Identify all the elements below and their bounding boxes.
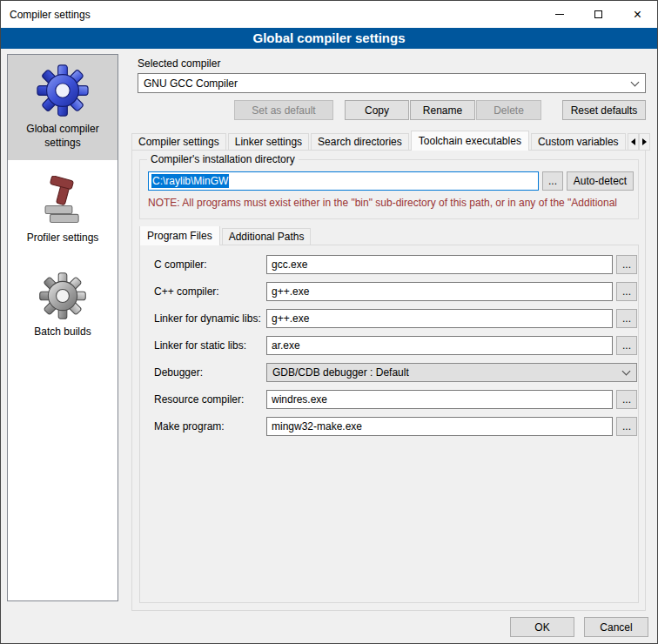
chevron-down-icon (622, 367, 631, 376)
page-title: Global compiler settings (1, 28, 657, 49)
tab-scroll-right-button[interactable] (639, 133, 650, 151)
minimize-button[interactable] (540, 1, 579, 28)
selected-compiler-label: Selected compiler (138, 57, 220, 70)
settings-category-list: Global compiler settings Profiler settin… (7, 54, 118, 601)
cpp-compiler-browse-button[interactable]: ... (616, 282, 637, 301)
tab-additional-paths[interactable]: Additional Paths (222, 228, 312, 245)
program-files-tabs: Program Files Additional Paths (139, 226, 312, 245)
form-row-linker-static: Linker for static libs: ... (140, 336, 638, 355)
debugger-label: Debugger: (154, 363, 203, 382)
debugger-value: GDB/CDB debugger : Default (272, 366, 409, 379)
linker-static-label: Linker for static libs: (154, 336, 246, 355)
sidebar-item-profiler-settings[interactable]: Profiler settings (8, 167, 118, 256)
close-icon: × (634, 8, 641, 22)
c-compiler-input[interactable] (266, 255, 613, 274)
tab-toolchain-executables[interactable]: Toolchain executables (411, 131, 529, 151)
installation-directory-selected-text: C:\raylib\MinGW (151, 174, 229, 188)
auto-detect-button[interactable]: Auto-detect (567, 171, 634, 191)
installation-directory-group-title: Compiler's installation directory (147, 153, 299, 165)
tab-search-directories[interactable]: Search directories (311, 133, 409, 151)
tab-scroll-left-button[interactable] (628, 133, 639, 151)
tab-program-files[interactable]: Program Files (139, 226, 220, 245)
selected-compiler-value: GNU GCC Compiler (144, 77, 238, 90)
window-title: Compiler settings (1, 9, 540, 21)
triangle-left-icon (628, 138, 635, 145)
cancel-button[interactable]: Cancel (584, 617, 648, 637)
selected-compiler-dropdown[interactable]: GNU GCC Compiler (138, 73, 646, 93)
c-compiler-label: C compiler: (154, 255, 207, 274)
make-program-browse-button[interactable]: ... (616, 417, 637, 436)
tab-custom-variables[interactable]: Custom variables (531, 133, 626, 151)
form-row-debugger: Debugger: GDB/CDB debugger : Default (140, 363, 638, 382)
sidebar-item-label: Profiler settings (10, 231, 116, 245)
copy-button[interactable]: Copy (345, 100, 409, 120)
form-row-make-program: Make program: ... (140, 417, 638, 436)
cpp-compiler-input[interactable] (266, 282, 613, 301)
make-program-input[interactable] (266, 417, 613, 436)
delete-button: Delete (476, 100, 541, 120)
form-row-c-compiler: C compiler: ... (140, 255, 638, 274)
tab-compiler-settings[interactable]: Compiler settings (131, 133, 226, 151)
cpp-compiler-label: C++ compiler: (154, 282, 219, 301)
compiler-options-tabs: Compiler settings Linker settings Search… (131, 131, 630, 151)
linker-dynamic-input[interactable] (266, 309, 613, 328)
form-row-resource-compiler: Resource compiler: ... (140, 390, 638, 409)
sidebar-item-label: Global compiler settings (10, 123, 116, 150)
linker-dynamic-label: Linker for dynamic libs: (154, 309, 261, 328)
blue-gear-icon (36, 64, 90, 117)
chevron-down-icon (631, 77, 640, 86)
maximize-icon (594, 10, 602, 18)
gray-gear-icon (38, 272, 87, 320)
resource-compiler-input[interactable] (266, 390, 613, 409)
ok-button[interactable]: OK (510, 617, 574, 637)
sidebar-item-label: Batch builds (10, 325, 116, 339)
c-compiler-browse-button[interactable]: ... (616, 255, 637, 274)
linker-static-browse-button[interactable]: ... (616, 336, 637, 355)
form-row-linker-dynamic: Linker for dynamic libs: ... (140, 309, 638, 328)
close-button[interactable]: × (618, 1, 657, 28)
maximize-button[interactable] (579, 1, 618, 28)
toolchain-executables-panel: Compiler's installation directory C:\ray… (131, 150, 646, 611)
sidebar-item-batch-builds[interactable]: Batch builds (8, 263, 118, 350)
tab-linker-settings[interactable]: Linker settings (228, 133, 309, 151)
compiler-settings-dialog: Compiler settings × Global compiler sett… (0, 0, 658, 644)
sidebar-item-global-compiler-settings[interactable]: Global compiler settings (8, 55, 118, 160)
browse-directory-button[interactable]: ... (542, 171, 563, 191)
debugger-dropdown[interactable]: GDB/CDB debugger : Default (266, 363, 637, 382)
linker-dynamic-browse-button[interactable]: ... (616, 309, 637, 328)
bin-subdirectory-note: NOTE: All programs must exist either in … (148, 197, 637, 209)
triangle-right-icon (642, 138, 650, 145)
titlebar: Compiler settings × (1, 1, 657, 28)
form-row-cpp-compiler: C++ compiler: ... (140, 282, 638, 301)
minimize-icon (555, 14, 564, 15)
set-as-default-button: Set as default (234, 100, 333, 120)
rename-button[interactable]: Rename (410, 100, 475, 120)
reset-defaults-button[interactable]: Reset defaults (562, 100, 646, 120)
linker-static-input[interactable] (266, 336, 613, 355)
resource-compiler-label: Resource compiler: (154, 390, 244, 409)
installation-directory-input[interactable]: C:\raylib\MinGW (148, 171, 539, 191)
tab-scroll-arrows (628, 133, 650, 151)
resource-compiler-browse-button[interactable]: ... (616, 390, 637, 409)
make-program-label: Make program: (154, 417, 225, 436)
profiler-tool-icon (37, 176, 88, 226)
program-files-panel: C compiler: ... C++ compiler: ... Linker… (139, 245, 639, 603)
installation-directory-group: Compiler's installation directory C:\ray… (139, 159, 639, 219)
